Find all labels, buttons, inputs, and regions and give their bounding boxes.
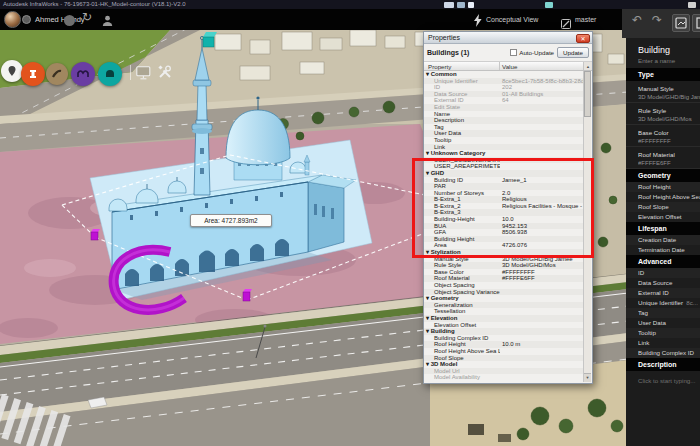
sidebar-item[interactable]: Tooltip bbox=[626, 328, 700, 338]
sidebar-sections: TypeManual Style3D Model/GHD/Big JameeRu… bbox=[626, 68, 700, 384]
property-row[interactable]: User Data bbox=[424, 130, 583, 137]
sidebar-item[interactable]: User Data bbox=[626, 318, 700, 328]
panel-tool-button[interactable] bbox=[692, 14, 700, 32]
update-button[interactable]: Update bbox=[557, 47, 589, 58]
sidebar-item[interactable]: ID bbox=[626, 268, 700, 278]
tunnels-tool-icon[interactable] bbox=[98, 62, 122, 86]
property-group-row[interactable]: ▾ 3D Model bbox=[424, 361, 583, 368]
inspector-title: Building bbox=[626, 38, 700, 57]
property-row[interactable]: Base Color#FFFFFFFF bbox=[424, 269, 583, 276]
property-row[interactable]: Link bbox=[424, 144, 583, 151]
property-group-row[interactable]: ▾ Unknown Category bbox=[424, 150, 583, 157]
property-row[interactable]: Edit State bbox=[424, 104, 583, 111]
sync-refresh-icon[interactable]: ↻ bbox=[82, 10, 92, 24]
sidebar-item[interactable]: Rule Style3D Model/GHD/Mos bbox=[626, 103, 700, 125]
user-avatar[interactable] bbox=[4, 11, 21, 28]
property-row[interactable]: External ID64 bbox=[424, 97, 583, 104]
sidebar-item[interactable]: Unique Identifier8c... bbox=[626, 298, 700, 308]
context-pin-icon[interactable] bbox=[1, 60, 23, 82]
sidebar-item[interactable]: Roof Height bbox=[626, 182, 700, 192]
display-settings-icon[interactable] bbox=[136, 66, 151, 84]
sidebar-item[interactable]: Link bbox=[626, 338, 700, 348]
property-row[interactable]: Tessellation bbox=[424, 308, 583, 315]
sidebar-item[interactable]: Tag bbox=[626, 308, 700, 318]
background-window-fragment bbox=[545, 2, 553, 8]
sidebar-item[interactable]: Creation Date bbox=[626, 235, 700, 245]
sidebar-item[interactable]: Data Source bbox=[626, 278, 700, 288]
property-row[interactable]: Rule Style3D Model/GHD/Mos bbox=[424, 262, 583, 269]
property-row[interactable]: Object Spacing Variance bbox=[424, 289, 583, 296]
toolbar-separator bbox=[130, 65, 131, 80]
snapshot-button[interactable] bbox=[672, 14, 690, 32]
status-circle-icon[interactable] bbox=[64, 15, 75, 26]
sidebar-item[interactable]: Roof Height Above Sea Level bbox=[626, 192, 700, 202]
property-row[interactable]: Data Source01-All Buildings bbox=[424, 91, 583, 98]
building-inspector-sidebar: Building Enter a name TypeManual Style3D… bbox=[626, 38, 700, 446]
ramps-tool-icon[interactable] bbox=[46, 63, 68, 85]
building-name-input[interactable]: Enter a name bbox=[626, 57, 700, 68]
sidebar-section-header-geometry[interactable]: Geometry bbox=[626, 169, 700, 182]
redo-icon[interactable]: ↷ bbox=[652, 13, 662, 27]
property-table-header: Property Value ▲ bbox=[424, 61, 592, 71]
scroll-down-icon[interactable]: ▼ bbox=[584, 373, 591, 382]
sidebar-item[interactable]: Base Color#FFFFFFFF bbox=[626, 125, 700, 147]
scrollbar-thumb[interactable] bbox=[584, 71, 591, 117]
view-mode-label[interactable]: Conceptual View bbox=[486, 16, 538, 23]
auto-update-checkbox[interactable] bbox=[510, 49, 517, 56]
property-row[interactable]: Tooltip bbox=[424, 137, 583, 144]
property-row[interactable]: Building Complex ID bbox=[424, 335, 583, 342]
infraworks-window: Autodesk InfraWorks - 76-19673-01-HK_Mod… bbox=[0, 0, 700, 446]
area-tooltip: Area: 4727.893m2 bbox=[190, 214, 272, 227]
property-row[interactable]: Generalization bbox=[424, 302, 583, 309]
property-row[interactable]: Unique Identifier8ce5bec1-7b58-5f8c-b8b3… bbox=[424, 78, 583, 85]
property-row[interactable]: Tag bbox=[424, 124, 583, 131]
application-top-bar: Ahmed Hamdy ↻ Conceptual View master bbox=[0, 9, 700, 30]
sidebar-item[interactable]: Roof Slope bbox=[626, 202, 700, 212]
user-person-icon[interactable] bbox=[102, 13, 113, 31]
property-row[interactable]: Roof Slope bbox=[424, 355, 583, 362]
property-row[interactable]: Roof Material#FFFFE6FF bbox=[424, 275, 583, 282]
sidebar-item[interactable]: Roof Material#FFFFE6FF bbox=[626, 147, 700, 169]
property-row[interactable]: Elevation Offset bbox=[424, 322, 583, 329]
sidebar-item[interactable]: Building Complex ID bbox=[626, 348, 700, 358]
sidebar-item[interactable]: External ID bbox=[626, 288, 700, 298]
property-row[interactable]: Model Url bbox=[424, 368, 583, 375]
property-row[interactable]: ID202 bbox=[424, 84, 583, 91]
close-icon[interactable]: ✕ bbox=[576, 34, 590, 43]
properties-panel-title: Properties bbox=[428, 34, 460, 41]
column-value[interactable]: Value bbox=[500, 62, 583, 70]
sidebar-section-header-description[interactable]: Description bbox=[626, 358, 700, 371]
presence-badge-icon bbox=[22, 15, 31, 24]
sidebar-item[interactable]: Elevation Offset bbox=[626, 212, 700, 222]
description-placeholder[interactable]: Click to start typing... bbox=[626, 371, 700, 384]
property-row[interactable]: Name bbox=[424, 111, 583, 118]
sidebar-top-strip: ↶ ↷ bbox=[622, 9, 700, 38]
property-row[interactable]: Roof Height Above Sea Level bbox=[424, 348, 583, 355]
property-group-row[interactable]: ▾ Geometry bbox=[424, 295, 583, 302]
background-window-fragment bbox=[688, 2, 696, 8]
property-row[interactable]: Model Availability bbox=[424, 374, 583, 381]
sidebar-item[interactable]: Termination Date bbox=[626, 245, 700, 255]
property-row[interactable]: Object Spacing bbox=[424, 282, 583, 289]
property-row[interactable]: Roof Height10.0 m bbox=[424, 341, 583, 348]
column-property[interactable]: Property bbox=[424, 62, 500, 70]
property-group-row[interactable]: ▾ Elevation bbox=[424, 315, 583, 322]
window-title-bar[interactable]: Autodesk InfraWorks - 76-19673-01-HK_Mod… bbox=[0, 0, 700, 9]
sidebar-item[interactable]: Manual Style3D Model/GHD/Big Jamee bbox=[626, 81, 700, 103]
properties-panel-title-bar[interactable]: Properties ✕ bbox=[424, 32, 592, 44]
background-window-fragment bbox=[457, 2, 465, 8]
background-window-fragment bbox=[444, 2, 454, 8]
scroll-up-icon[interactable]: ▲ bbox=[583, 62, 592, 70]
property-group-row[interactable]: ▾ Common bbox=[424, 71, 583, 78]
sidebar-section-header-advanced[interactable]: Advanced bbox=[626, 255, 700, 268]
conceptual-view-icon[interactable] bbox=[473, 13, 482, 31]
general-tools-icon[interactable] bbox=[157, 64, 172, 83]
property-group-row[interactable]: ▾ Building bbox=[424, 328, 583, 335]
roads-tool-icon[interactable] bbox=[21, 62, 45, 86]
sidebar-section-header-type[interactable]: Type bbox=[626, 68, 700, 81]
sidebar-section-header-lifespan[interactable]: Lifespan bbox=[626, 222, 700, 235]
property-row[interactable]: Description bbox=[424, 117, 583, 124]
bridges-tool-icon[interactable] bbox=[71, 62, 95, 86]
branch-name[interactable]: master bbox=[575, 16, 596, 23]
undo-icon[interactable]: ↶ bbox=[632, 13, 642, 27]
